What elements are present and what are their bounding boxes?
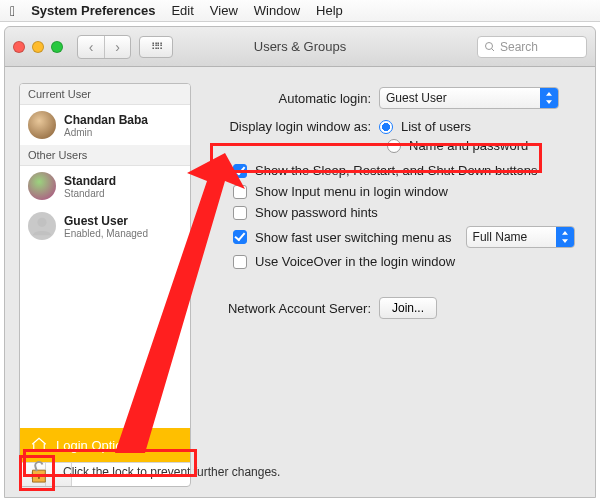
auto-login-select[interactable]: Guest User	[379, 87, 559, 109]
grid-icon: ⠿⠿	[151, 41, 161, 52]
radio-namepw-label: Name and password	[409, 138, 528, 153]
auto-login-label: Automatic login:	[211, 91, 371, 106]
zoom-button[interactable]	[51, 41, 63, 53]
lock-footer: Click the lock to prevent further change…	[23, 457, 280, 487]
search-field[interactable]: Search	[477, 36, 587, 58]
chk-pwhints-label: Show password hints	[255, 205, 378, 220]
select-arrow-icon	[540, 88, 558, 108]
radio-name-password[interactable]	[387, 139, 401, 153]
minimize-button[interactable]	[32, 41, 44, 53]
chk-sleep-restart[interactable]	[233, 164, 247, 178]
search-placeholder: Search	[500, 40, 538, 54]
search-icon	[484, 41, 496, 53]
apple-menu-icon[interactable]: 	[10, 3, 15, 19]
show-all-button[interactable]: ⠿⠿	[139, 36, 173, 58]
radio-list-label: List of users	[401, 119, 471, 134]
user-sidebar: Current User Chandan Baba Admin Other Us…	[19, 83, 191, 487]
menubar:  System Preferences Edit View Window He…	[0, 0, 600, 22]
menu-edit[interactable]: Edit	[171, 3, 193, 18]
chk-input-menu[interactable]	[233, 185, 247, 199]
user-name: Guest User	[64, 214, 148, 228]
lock-button[interactable]	[23, 457, 53, 487]
radio-list-of-users[interactable]	[379, 120, 393, 134]
svg-line-1	[492, 48, 495, 51]
window-body: Current User Chandan Baba Admin Other Us…	[5, 67, 595, 497]
fast-switch-select[interactable]: Full Name	[466, 226, 575, 248]
user-name: Standard	[64, 174, 116, 188]
user-name: Chandan Baba	[64, 113, 148, 127]
auto-login-value: Guest User	[386, 91, 447, 105]
svg-point-2	[37, 218, 46, 227]
chk-voiceover[interactable]	[233, 255, 247, 269]
avatar	[28, 212, 56, 240]
sidebar-user-guest[interactable]: Guest User Enabled, Managed	[20, 206, 190, 246]
preferences-window: ‹ › ⠿⠿ Users & Groups Search Current Use…	[4, 26, 596, 498]
user-role: Admin	[64, 127, 148, 138]
sidebar-user-standard[interactable]: Standard Standard	[20, 166, 190, 206]
menu-window[interactable]: Window	[254, 3, 300, 18]
close-button[interactable]	[13, 41, 25, 53]
chk-inputmenu-label: Show Input menu in login window	[255, 184, 448, 199]
avatar	[28, 111, 56, 139]
svg-rect-4	[38, 476, 39, 479]
sidebar-current-user[interactable]: Chandan Baba Admin	[20, 105, 190, 145]
main-panel: Automatic login: Guest User Display logi…	[205, 83, 581, 487]
fast-switch-value: Full Name	[473, 230, 528, 244]
nav-buttons: ‹ ›	[77, 35, 131, 59]
user-role: Standard	[64, 188, 116, 199]
join-button[interactable]: Join...	[379, 297, 437, 319]
user-role: Enabled, Managed	[64, 228, 148, 239]
chk-voiceover-label: Use VoiceOver in the login window	[255, 254, 455, 269]
chk-password-hints[interactable]	[233, 206, 247, 220]
select-arrow-icon	[556, 227, 574, 247]
menu-help[interactable]: Help	[316, 3, 343, 18]
forward-button[interactable]: ›	[104, 36, 130, 58]
sidebar-header-current: Current User	[20, 84, 190, 105]
app-menu[interactable]: System Preferences	[31, 3, 155, 18]
chk-fast-switching[interactable]	[233, 230, 247, 244]
login-options-label: Login Options	[56, 438, 136, 453]
lock-text: Click the lock to prevent further change…	[63, 465, 280, 479]
display-login-label: Display login window as:	[211, 119, 371, 134]
network-server-label: Network Account Server:	[211, 301, 371, 316]
svg-point-0	[486, 42, 493, 49]
traffic-lights	[13, 41, 63, 53]
sidebar-header-other: Other Users	[20, 145, 190, 166]
lock-open-icon	[27, 459, 49, 485]
chk-fastswitch-label: Show fast user switching menu as	[255, 230, 452, 245]
chk-sleep-label: Show the Sleep, Restart, and Shut Down b…	[255, 163, 538, 178]
avatar	[28, 172, 56, 200]
house-icon	[30, 436, 48, 454]
toolbar: ‹ › ⠿⠿ Users & Groups Search	[5, 27, 595, 67]
back-button[interactable]: ‹	[78, 36, 104, 58]
menu-view[interactable]: View	[210, 3, 238, 18]
